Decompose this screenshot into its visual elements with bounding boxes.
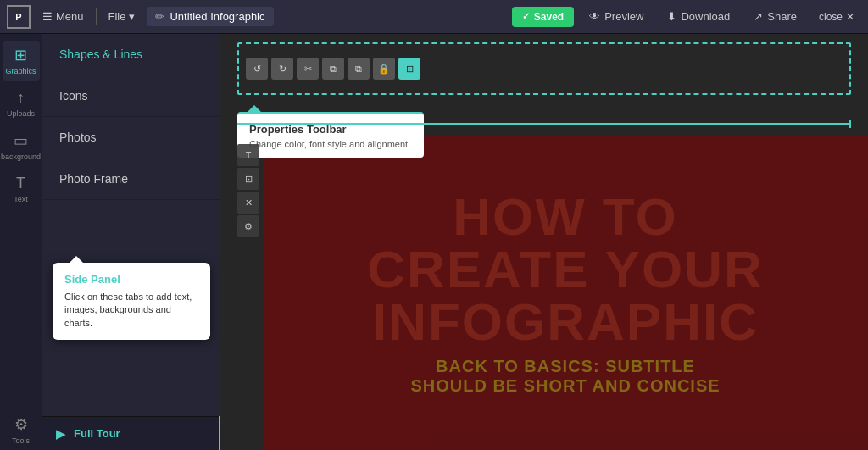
main-area: ⊞ Graphics ↑ Uploads ▭ background T Text… bbox=[0, 34, 868, 450]
tooltip-arrow bbox=[248, 105, 261, 112]
lock-button[interactable]: 🔒 bbox=[373, 58, 395, 80]
side-panel-photos[interactable]: Photos bbox=[42, 117, 220, 158]
download-button[interactable]: ⬇ Download bbox=[659, 7, 738, 26]
cut-button[interactable]: ✂ bbox=[297, 58, 319, 80]
sidebar-item-background[interactable]: ▭ background bbox=[3, 126, 40, 166]
active-tool-button[interactable]: ⊡ bbox=[398, 58, 420, 80]
title-area[interactable]: ✏ Untitled Infographic bbox=[147, 7, 273, 26]
sidebar-item-graphics[interactable]: ⊞ Graphics bbox=[3, 41, 40, 81]
sidebar-item-uploads[interactable]: ↑ Uploads bbox=[3, 84, 40, 123]
uploads-icon: ↑ bbox=[17, 89, 25, 107]
hamburger-icon: ☰ bbox=[42, 10, 53, 23]
mini-btn-4[interactable]: ⚙ bbox=[237, 215, 259, 237]
mini-btn-2[interactable]: ⊡ bbox=[237, 168, 259, 190]
check-icon: ✓ bbox=[522, 11, 530, 22]
paste-button[interactable]: ⧉ bbox=[348, 58, 370, 80]
icon-rail: ⊞ Graphics ↑ Uploads ▭ background T Text… bbox=[0, 34, 42, 450]
infographic-content: HOW TOCREATE YOURINFOGRAPHIC BACK TO BAS… bbox=[263, 136, 868, 450]
background-icon: ▭ bbox=[14, 131, 28, 150]
undo-button[interactable]: ↺ bbox=[246, 58, 268, 80]
menu-button[interactable]: ☰ Menu bbox=[37, 7, 89, 26]
tour-side-panel-title: Side Panel bbox=[64, 273, 198, 286]
mini-btn-3[interactable]: ✕ bbox=[237, 192, 259, 214]
side-panel-shapes-lines[interactable]: Shapes & Lines bbox=[42, 34, 220, 75]
redo-button[interactable]: ↻ bbox=[271, 58, 293, 80]
logo: P bbox=[7, 5, 31, 29]
full-tour-button[interactable]: ▶ Full Tour bbox=[56, 427, 120, 441]
saved-button[interactable]: ✓ Saved bbox=[512, 7, 574, 27]
infographic-main-title: HOW TOCREATE YOURINFOGRAPHIC bbox=[367, 191, 764, 348]
topbar: P ☰ Menu File ▾ ✏ Untitled Infographic ✓… bbox=[0, 0, 868, 34]
tooltip-desc: Change color, font style and alignment. bbox=[249, 139, 412, 149]
sidebar-item-tools[interactable]: ⚙ Tools bbox=[3, 410, 40, 450]
play-icon: ▶ bbox=[56, 427, 65, 441]
preview-button[interactable]: 👁 Preview bbox=[581, 7, 652, 26]
side-panel-icons[interactable]: Icons bbox=[42, 75, 220, 117]
properties-toolbar: ↺ ↻ ✂ ⧉ ⧉ 🔒 ⊡ bbox=[237, 42, 851, 95]
divider bbox=[96, 8, 97, 25]
progress-line bbox=[237, 123, 851, 125]
document-title: Untitled Infographic bbox=[170, 10, 264, 23]
close-icon: ✕ bbox=[846, 11, 854, 23]
share-icon: ↗ bbox=[754, 10, 763, 23]
chevron-down-icon: ▾ bbox=[129, 10, 135, 23]
properties-toolbar-tooltip: Properties Toolbar Change color, font st… bbox=[237, 105, 424, 158]
eye-icon: 👁 bbox=[589, 10, 600, 23]
edit-icon: ✏ bbox=[155, 10, 164, 23]
tooltip-content: Properties Toolbar Change color, font st… bbox=[237, 112, 424, 158]
download-icon: ⬇ bbox=[667, 10, 676, 23]
share-button[interactable]: ↗ Share bbox=[745, 7, 805, 26]
tour-side-panel-desc: Click on these tabs to add text, images,… bbox=[64, 291, 198, 330]
sidebar-item-text[interactable]: T Text bbox=[3, 169, 40, 208]
copy-button[interactable]: ⧉ bbox=[322, 58, 344, 80]
mini-btn-1[interactable]: T bbox=[237, 144, 259, 166]
side-panel: Shapes & Lines Icons Photos Photo Frame … bbox=[42, 34, 220, 416]
graphics-icon: ⊞ bbox=[14, 46, 27, 64]
tour-side-panel-tooltip: Side Panel Click on these tabs to add te… bbox=[53, 263, 210, 340]
file-button[interactable]: File ▾ bbox=[103, 7, 141, 26]
text-icon: T bbox=[16, 175, 25, 192]
close-button[interactable]: close ✕ bbox=[812, 8, 861, 26]
mini-toolbar: T ⊡ ✕ ⚙ bbox=[237, 144, 259, 237]
infographic-subtitle: BACK TO BASICS: SUBTITLESHOULD BE SHORT … bbox=[410, 357, 720, 396]
full-tour-bar: ▶ Full Tour bbox=[42, 416, 219, 450]
canvas-area: ↺ ↻ ✂ ⧉ ⧉ 🔒 ⊡ Properties Toolbar Change … bbox=[220, 34, 868, 450]
tools-icon: ⚙ bbox=[14, 415, 28, 434]
side-panel-photo-frame[interactable]: Photo Frame bbox=[42, 158, 220, 200]
